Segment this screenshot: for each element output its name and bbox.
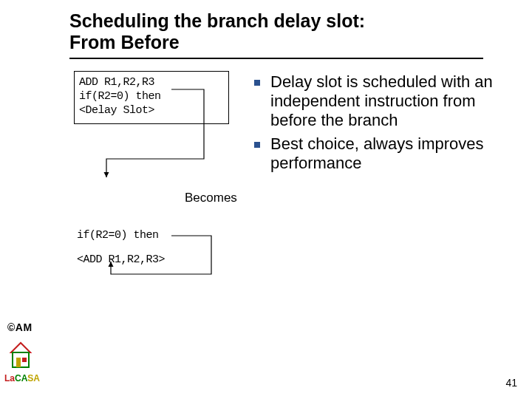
code-box: ADD R1,R2,R3 if(R2=0) then <Delay Slot> — [74, 71, 229, 124]
svg-rect-2 — [16, 358, 21, 367]
title-block: Scheduling the branch delay slot: From B… — [69, 10, 483, 59]
lower-code-line-2: <ADD R1,R2,R3> — [77, 253, 165, 267]
becomes-label: Becomes — [185, 191, 237, 205]
code-line-2: if(R2=0) then — [79, 90, 224, 104]
title-line-1: Scheduling the branch delay slot: — [69, 10, 483, 32]
lacasa-la: La — [4, 373, 15, 383]
lacasa-logo-icon — [7, 341, 34, 371]
arrows-layer — [0, 0, 532, 399]
bullet-text-2: Best choice, always improves performance — [270, 134, 514, 173]
copyright-am: ©AM — [7, 321, 33, 333]
lower-code-block: if(R2=0) then <ADD R1,R2,R3> — [77, 229, 165, 267]
slide: Scheduling the branch delay slot: From B… — [0, 0, 532, 399]
lacasa-ca: CA — [15, 373, 27, 383]
copyright-symbol: © — [7, 321, 16, 333]
title-line-2: From Before — [69, 32, 483, 53]
lacasa-text: LaCASA — [4, 373, 40, 383]
bullet-square-icon — [254, 142, 260, 148]
bullet-item-2: Best choice, always improves performance — [254, 134, 514, 173]
bullet-list: Delay slot is scheduled with an independ… — [254, 72, 514, 177]
svg-marker-0 — [11, 343, 30, 352]
svg-rect-3 — [22, 358, 27, 362]
title-underline — [69, 58, 483, 59]
lacasa-sa: SA — [27, 373, 40, 383]
page-number: 41 — [505, 377, 517, 389]
code-line-1: ADD R1,R2,R3 — [79, 76, 224, 90]
bullet-text-1: Delay slot is scheduled with an independ… — [270, 72, 514, 130]
lower-code-line-1: if(R2=0) then — [77, 229, 165, 243]
bullet-item-1: Delay slot is scheduled with an independ… — [254, 72, 514, 130]
am-text: AM — [16, 321, 33, 333]
code-line-3: <Delay Slot> — [79, 104, 224, 118]
code-box-frame: ADD R1,R2,R3 if(R2=0) then <Delay Slot> — [74, 71, 229, 124]
bullet-square-icon — [254, 80, 260, 86]
